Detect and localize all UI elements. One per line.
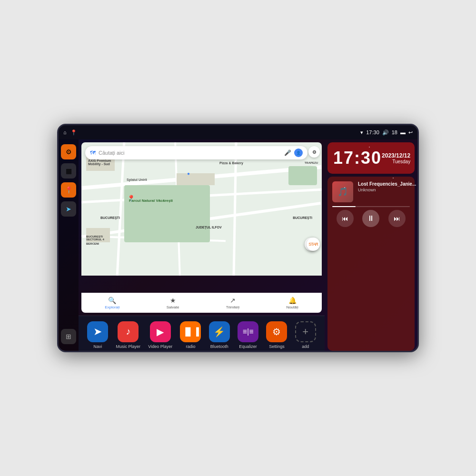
- battery-level: 18: [392, 129, 397, 135]
- home-icon[interactable]: ⌂: [63, 129, 67, 135]
- radio-icon-img: ▐▌▐: [180, 321, 201, 342]
- clock-time: 17:30: [333, 148, 382, 168]
- explore-icon: 🔍: [108, 297, 116, 304]
- bluetooth-icon-img: ⚡: [209, 321, 230, 342]
- music-player-label: Music Player: [116, 344, 140, 349]
- music-artist: Unknown: [358, 188, 416, 192]
- back-icon[interactable]: ↩: [408, 129, 413, 136]
- video-player-icon-img: ▶: [150, 321, 171, 342]
- maps-sidebar-btn[interactable]: 📍: [61, 182, 76, 198]
- files-sidebar-icon: ▦: [66, 167, 72, 175]
- map-background: Splaiul Unirii Parcul Natural Văcărești …: [81, 142, 322, 276]
- apps-sidebar-icon: ⊞: [66, 333, 71, 340]
- music-next-btn[interactable]: ⏭: [388, 210, 406, 227]
- app-navi[interactable]: ➤ Navi: [87, 321, 108, 349]
- radio-label: radio: [186, 344, 195, 349]
- music-prev-btn[interactable]: ⏮: [337, 210, 354, 227]
- equalizer-icon: ≡|≡: [243, 327, 254, 336]
- bluetooth-icon: ⚡: [213, 326, 225, 337]
- map-bottom-bar: 🔍 Explorați ★ Salvate ↗ Trimiteți 🔔 Nout…: [81, 293, 322, 313]
- status-time: 17:30: [366, 129, 379, 135]
- navi-icon-img: ➤: [87, 321, 108, 342]
- bluetooth-label: Bluetooth: [210, 344, 228, 349]
- app-bluetooth[interactable]: ⚡ Bluetooth: [209, 321, 230, 349]
- settings-sidebar-icon: ⚙: [66, 148, 72, 156]
- settings-app-icon: ⚙: [272, 326, 281, 337]
- music-info: Lost Frequencies_Janie... Unknown: [358, 181, 416, 192]
- volume-icon: 🔊: [382, 129, 389, 136]
- app-add[interactable]: + add: [295, 321, 316, 349]
- prev-icon: ⏮: [342, 215, 348, 222]
- share-label: Trimiteți: [226, 305, 239, 309]
- navi-sidebar-icon: ➤: [66, 205, 71, 213]
- battery-icon: ▬: [400, 129, 406, 135]
- saved-btn[interactable]: ★ Salvate: [167, 297, 179, 309]
- music-top: 🎵 Lost Frequencies_Janie... Unknown: [332, 181, 410, 202]
- device-frame: ⌂ 📍 ▾ 17:30 🔊 18 ▬ ↩ ⚙ ▦ 📍: [57, 124, 419, 352]
- saved-icon: ★: [170, 297, 176, 304]
- right-panel: 17:30 2023/12/12 Tuesday 🎵 Lost Frequenc…: [325, 139, 417, 352]
- navi-sidebar-btn[interactable]: ➤: [61, 201, 76, 217]
- status-bar: ⌂ 📍 ▾ 17:30 🔊 18 ▬ ↩: [59, 125, 417, 139]
- settings-icon: ⚙: [312, 149, 317, 155]
- clock-widget: 17:30 2023/12/12 Tuesday: [327, 142, 415, 174]
- share-btn[interactable]: ↗ Trimiteți: [226, 297, 239, 309]
- music-album-art: 🎵: [332, 181, 353, 202]
- add-label: add: [302, 344, 309, 349]
- clock-date: 2023/12/12 Tuesday: [382, 152, 410, 164]
- news-label: Noutăți: [286, 305, 298, 309]
- clock-year: 2023/12/12: [382, 152, 410, 159]
- navi-icon: ➤: [93, 326, 102, 338]
- clock-day: Tuesday: [382, 159, 410, 164]
- app-video-player[interactable]: ▶ Video Player: [148, 321, 172, 349]
- wifi-icon: ▾: [360, 129, 363, 136]
- app-dock: ➤ Navi ♪ Music Player ▶ Video Player: [79, 316, 325, 352]
- maps-sidebar-icon: 📍: [65, 186, 73, 194]
- app-settings[interactable]: ⚙ Settings: [266, 321, 287, 349]
- radio-icon: ▐▌▐: [182, 327, 198, 336]
- user-avatar[interactable]: 👤: [294, 149, 303, 157]
- map-star-btn[interactable]: STAR: [307, 238, 320, 251]
- status-left: ⌂ 📍: [63, 129, 77, 136]
- news-icon: 🔔: [288, 297, 297, 304]
- status-right: ▾ 17:30 🔊 18 ▬ ↩: [360, 129, 413, 136]
- map-settings-btn[interactable]: ⚙: [308, 146, 320, 158]
- music-widget: 🎵 Lost Frequencies_Janie... Unknown ⏮: [327, 177, 415, 351]
- music-controls: ⏮ ⏸ ⏭: [332, 210, 410, 227]
- equalizer-icon-img: ≡|≡: [238, 321, 258, 342]
- files-sidebar-btn[interactable]: ▦: [61, 163, 76, 178]
- news-btn[interactable]: 🔔 Noutăți: [286, 297, 298, 309]
- navi-label: Navi: [93, 344, 102, 349]
- music-player-icon: ♪: [126, 326, 130, 337]
- app-equalizer[interactable]: ≡|≡ Equalizer: [238, 321, 258, 349]
- share-icon: ↗: [230, 297, 236, 304]
- mic-icon[interactable]: 🎤: [284, 149, 291, 156]
- settings-icon-img: ⚙: [266, 321, 287, 342]
- add-icon: +: [302, 326, 308, 338]
- saved-label: Salvate: [167, 305, 179, 309]
- center-area: Splaiul Unirii Parcul Natural Văcărești …: [79, 139, 325, 352]
- app-music-player[interactable]: ♪ Music Player: [116, 321, 140, 349]
- main-area: ⚙ ▦ 📍 ➤ ⊞: [59, 139, 417, 352]
- explore-btn[interactable]: 🔍 Explorați: [105, 297, 119, 309]
- album-art-icon: 🎵: [337, 187, 348, 197]
- music-progress-fill: [332, 206, 356, 207]
- map-panel[interactable]: Splaiul Unirii Parcul Natural Văcărești …: [81, 142, 322, 313]
- music-pause-btn[interactable]: ⏸: [362, 210, 379, 227]
- map-search-text: Căutați aici: [99, 150, 124, 156]
- apps-sidebar-btn[interactable]: ⊞: [61, 329, 76, 344]
- google-maps-icon: 🗺: [90, 149, 96, 156]
- pause-icon: ⏸: [367, 214, 375, 223]
- map-search-bar[interactable]: 🗺 Căutați aici 🎤 👤: [85, 146, 307, 159]
- music-player-icon-img: ♪: [118, 321, 139, 342]
- next-icon: ⏭: [394, 215, 400, 222]
- music-title: Lost Frequencies_Janie...: [358, 181, 416, 187]
- maps-status-icon[interactable]: 📍: [70, 129, 77, 136]
- app-radio[interactable]: ▐▌▐ radio: [180, 321, 201, 349]
- settings-sidebar-btn[interactable]: ⚙: [61, 144, 76, 159]
- video-player-icon: ▶: [157, 326, 164, 337]
- add-icon-img: +: [295, 321, 316, 342]
- explore-label: Explorați: [105, 305, 119, 309]
- music-progress-bar[interactable]: [332, 206, 410, 207]
- left-sidebar: ⚙ ▦ 📍 ➤ ⊞: [59, 139, 79, 352]
